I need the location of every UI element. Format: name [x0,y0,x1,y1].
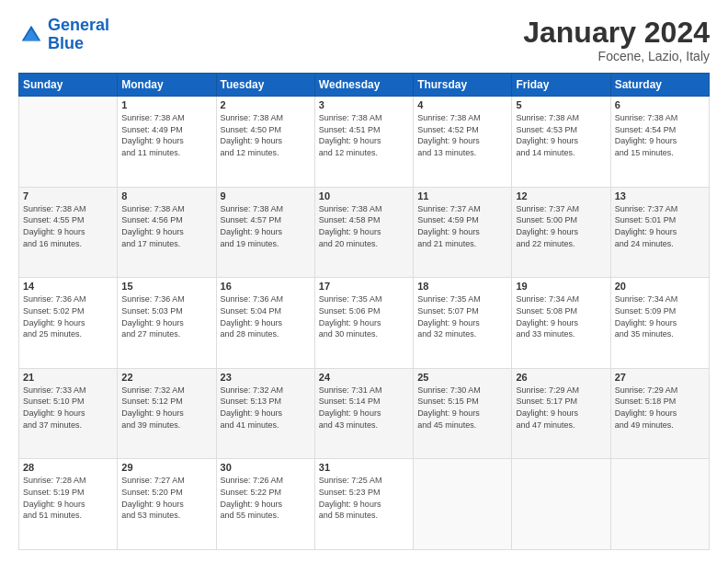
day-number: 24 [319,372,409,383]
day-info: Sunrise: 7:27 AM Sunset: 5:20 PM Dayligh… [121,475,211,521]
day-info: Sunrise: 7:37 AM Sunset: 5:01 PM Dayligh… [615,203,705,249]
calendar-week-row: 7Sunrise: 7:38 AM Sunset: 4:55 PM Daylig… [19,187,710,278]
logo-icon [18,22,44,48]
day-number: 19 [516,281,606,292]
calendar-cell: 6Sunrise: 7:38 AM Sunset: 4:54 PM Daylig… [610,97,709,188]
calendar-cell: 15Sunrise: 7:36 AM Sunset: 5:03 PM Dayli… [118,278,216,369]
day-info: Sunrise: 7:38 AM Sunset: 4:50 PM Dayligh… [221,112,311,158]
calendar-cell [414,459,512,550]
day-info: Sunrise: 7:31 AM Sunset: 5:14 PM Dayligh… [319,385,409,431]
day-info: Sunrise: 7:30 AM Sunset: 5:15 PM Dayligh… [417,385,507,431]
day-number: 30 [221,462,311,473]
logo: General Blue [18,17,109,53]
day-number: 14 [23,281,113,292]
day-info: Sunrise: 7:28 AM Sunset: 5:19 PM Dayligh… [23,475,113,521]
day-info: Sunrise: 7:36 AM Sunset: 5:02 PM Dayligh… [23,293,113,339]
day-info: Sunrise: 7:38 AM Sunset: 4:58 PM Dayligh… [319,203,409,249]
calendar-cell: 16Sunrise: 7:36 AM Sunset: 5:04 PM Dayli… [216,278,314,369]
day-number: 8 [121,190,211,201]
day-info: Sunrise: 7:34 AM Sunset: 5:08 PM Dayligh… [516,293,606,339]
day-number: 18 [417,281,507,292]
day-info: Sunrise: 7:35 AM Sunset: 5:06 PM Dayligh… [319,293,409,339]
day-number: 31 [319,462,409,473]
calendar-cell: 14Sunrise: 7:36 AM Sunset: 5:02 PM Dayli… [19,278,118,369]
calendar-cell: 4Sunrise: 7:38 AM Sunset: 4:52 PM Daylig… [414,97,512,188]
day-header-tuesday: Tuesday [216,74,314,97]
calendar-cell: 28Sunrise: 7:28 AM Sunset: 5:19 PM Dayli… [19,459,118,550]
day-number: 20 [615,281,705,292]
calendar: SundayMondayTuesdayWednesdayThursdayFrid… [18,73,710,550]
day-number: 27 [615,372,705,383]
day-number: 15 [121,281,211,292]
calendar-cell [610,459,709,550]
calendar-cell: 19Sunrise: 7:34 AM Sunset: 5:08 PM Dayli… [512,278,610,369]
day-info: Sunrise: 7:38 AM Sunset: 4:53 PM Dayligh… [516,112,606,158]
calendar-cell: 13Sunrise: 7:37 AM Sunset: 5:01 PM Dayli… [610,187,709,278]
day-number: 6 [615,99,705,110]
calendar-cell [512,459,610,550]
day-info: Sunrise: 7:35 AM Sunset: 5:07 PM Dayligh… [417,293,507,339]
day-number: 16 [221,281,311,292]
day-number: 5 [516,99,606,110]
calendar-cell: 20Sunrise: 7:34 AM Sunset: 5:09 PM Dayli… [610,278,709,369]
calendar-cell: 25Sunrise: 7:30 AM Sunset: 5:15 PM Dayli… [414,368,512,459]
day-number: 12 [516,190,606,201]
day-number: 26 [516,372,606,383]
day-info: Sunrise: 7:38 AM Sunset: 4:56 PM Dayligh… [121,203,211,249]
day-header-wednesday: Wednesday [314,74,413,97]
calendar-cell: 26Sunrise: 7:29 AM Sunset: 5:17 PM Dayli… [512,368,610,459]
day-info: Sunrise: 7:33 AM Sunset: 5:10 PM Dayligh… [23,385,113,431]
calendar-cell: 12Sunrise: 7:37 AM Sunset: 5:00 PM Dayli… [512,187,610,278]
calendar-cell: 8Sunrise: 7:38 AM Sunset: 4:56 PM Daylig… [118,187,216,278]
day-info: Sunrise: 7:29 AM Sunset: 5:17 PM Dayligh… [516,385,606,431]
day-info: Sunrise: 7:38 AM Sunset: 4:54 PM Dayligh… [615,112,705,158]
day-number: 22 [121,372,211,383]
day-number: 25 [417,372,507,383]
calendar-week-row: 14Sunrise: 7:36 AM Sunset: 5:02 PM Dayli… [19,278,710,369]
day-number: 28 [23,462,113,473]
day-info: Sunrise: 7:34 AM Sunset: 5:09 PM Dayligh… [615,293,705,339]
day-info: Sunrise: 7:25 AM Sunset: 5:23 PM Dayligh… [319,475,409,521]
day-number: 17 [319,281,409,292]
calendar-cell: 22Sunrise: 7:32 AM Sunset: 5:12 PM Dayli… [118,368,216,459]
calendar-week-row: 28Sunrise: 7:28 AM Sunset: 5:19 PM Dayli… [19,459,710,550]
location: Focene, Lazio, Italy [523,49,710,63]
day-number: 13 [615,190,705,201]
day-info: Sunrise: 7:38 AM Sunset: 4:49 PM Dayligh… [121,112,211,158]
logo-line1: General [48,16,109,34]
calendar-cell: 18Sunrise: 7:35 AM Sunset: 5:07 PM Dayli… [414,278,512,369]
day-number: 4 [417,99,507,110]
calendar-cell: 24Sunrise: 7:31 AM Sunset: 5:14 PM Dayli… [314,368,413,459]
day-number: 10 [319,190,409,201]
logo-line2: Blue [48,34,84,52]
day-info: Sunrise: 7:38 AM Sunset: 4:51 PM Dayligh… [319,112,409,158]
calendar-cell: 2Sunrise: 7:38 AM Sunset: 4:50 PM Daylig… [216,97,314,188]
day-info: Sunrise: 7:38 AM Sunset: 4:55 PM Dayligh… [23,203,113,249]
calendar-cell: 21Sunrise: 7:33 AM Sunset: 5:10 PM Dayli… [19,368,118,459]
calendar-week-row: 21Sunrise: 7:33 AM Sunset: 5:10 PM Dayli… [19,368,710,459]
day-header-monday: Monday [118,74,216,97]
day-number: 23 [221,372,311,383]
calendar-cell: 9Sunrise: 7:38 AM Sunset: 4:57 PM Daylig… [216,187,314,278]
calendar-cell: 1Sunrise: 7:38 AM Sunset: 4:49 PM Daylig… [118,97,216,188]
day-header-sunday: Sunday [19,74,118,97]
calendar-cell: 5Sunrise: 7:38 AM Sunset: 4:53 PM Daylig… [512,97,610,188]
day-number: 3 [319,99,409,110]
day-info: Sunrise: 7:38 AM Sunset: 4:52 PM Dayligh… [417,112,507,158]
calendar-week-row: 1Sunrise: 7:38 AM Sunset: 4:49 PM Daylig… [19,97,710,188]
day-info: Sunrise: 7:36 AM Sunset: 5:04 PM Dayligh… [221,293,311,339]
calendar-cell: 31Sunrise: 7:25 AM Sunset: 5:23 PM Dayli… [314,459,413,550]
logo-text: General Blue [48,17,109,53]
day-number: 2 [221,99,311,110]
day-header-thursday: Thursday [414,74,512,97]
calendar-cell: 29Sunrise: 7:27 AM Sunset: 5:20 PM Dayli… [118,459,216,550]
day-info: Sunrise: 7:38 AM Sunset: 4:57 PM Dayligh… [221,203,311,249]
calendar-cell: 30Sunrise: 7:26 AM Sunset: 5:22 PM Dayli… [216,459,314,550]
day-info: Sunrise: 7:32 AM Sunset: 5:12 PM Dayligh… [121,385,211,431]
calendar-cell: 7Sunrise: 7:38 AM Sunset: 4:55 PM Daylig… [19,187,118,278]
day-number: 21 [23,372,113,383]
calendar-cell: 17Sunrise: 7:35 AM Sunset: 5:06 PM Dayli… [314,278,413,369]
page: General Blue January 2024 Focene, Lazio,… [0,0,728,563]
calendar-cell: 11Sunrise: 7:37 AM Sunset: 4:59 PM Dayli… [414,187,512,278]
day-number: 1 [121,99,211,110]
